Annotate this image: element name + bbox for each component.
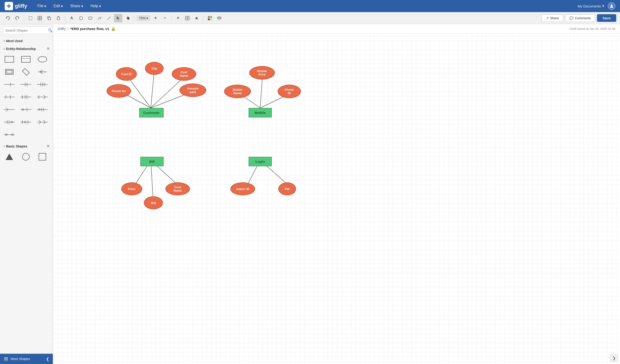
text-tool[interactable]: A	[67, 14, 76, 22]
search-input[interactable]	[5, 29, 46, 32]
mobile-price-attribute[interactable]: Mobile Price	[249, 66, 275, 79]
basic-shapes-close-button[interactable]: ✕	[46, 144, 49, 148]
copy-button[interactable]	[45, 14, 53, 22]
share-button[interactable]: ↗ Share	[542, 15, 563, 22]
er-weak-entity-shape[interactable]	[19, 54, 33, 65]
document-title: *ERD purchase flow, v1	[70, 27, 109, 31]
comments-button[interactable]: 💬 Comments	[565, 15, 595, 22]
layers-button[interactable]	[215, 14, 223, 22]
svg-rect-18	[210, 18, 212, 20]
er-connector-shape[interactable]	[35, 66, 49, 77]
er-conn2[interactable]	[19, 79, 33, 90]
erd-canvas[interactable]: Customer Mobile Bill Login Cust ID City	[53, 36, 620, 364]
er-close-button[interactable]: ✕	[46, 46, 49, 51]
select-tool[interactable]	[114, 14, 123, 22]
most-used-section-header: ≡ Most Used	[0, 37, 53, 44]
svg-line-20	[40, 70, 42, 72]
er-conn9[interactable]	[35, 104, 49, 115]
add-button[interactable]: +	[174, 14, 182, 22]
svg-rect-6	[40, 18, 42, 20]
svg-rect-3	[38, 16, 40, 18]
lock-icon[interactable]: 🔒	[111, 27, 116, 31]
snap-button[interactable]	[192, 14, 201, 22]
zoom-in-button[interactable]: +	[151, 14, 160, 22]
undo-button[interactable]	[4, 14, 12, 22]
mobile-name-attribute[interactable]: Mobile Name	[224, 85, 251, 98]
er-conn13[interactable]	[2, 129, 16, 140]
nav-right: My Documents ▾	[578, 2, 615, 10]
bill-entity[interactable]: Bill	[140, 157, 164, 166]
price-attribute[interactable]: Price	[121, 182, 142, 195]
svg-line-41	[44, 97, 45, 99]
cust-name2-attribute[interactable]: Cust Name	[166, 182, 190, 195]
toolbar: A 75% ▾ + − + ↗ Share 💬 Com	[0, 12, 620, 24]
nav-help[interactable]: Help ▾	[87, 2, 104, 10]
nav-file[interactable]: File ▾	[34, 2, 49, 10]
more-shapes-button[interactable]: More Shapes ❮	[0, 353, 53, 364]
city-attribute[interactable]: City	[145, 62, 164, 75]
grid-button[interactable]	[183, 14, 192, 22]
user-avatar[interactable]	[608, 2, 615, 10]
er-conn7[interactable]	[2, 104, 16, 115]
mobile-entity[interactable]: Mobile	[248, 108, 272, 118]
rect-tool[interactable]	[86, 14, 94, 22]
paste-button[interactable]	[54, 14, 62, 22]
triangle-shape[interactable]	[2, 151, 16, 162]
path-tool[interactable]	[95, 14, 104, 22]
zoom-level: 75%	[139, 16, 145, 20]
zoom-control[interactable]: 75% ▾	[137, 15, 150, 21]
cust-id-attribute[interactable]: Cust ID	[116, 67, 137, 81]
svg-line-63	[44, 120, 45, 122]
er-conn11[interactable]	[19, 117, 33, 128]
er-shapes-grid	[0, 52, 53, 142]
select-all-button[interactable]	[36, 14, 44, 22]
hand-tool[interactable]	[123, 14, 132, 22]
er-conn1[interactable]	[2, 79, 16, 90]
svg-line-44	[6, 109, 8, 111]
phone-id-attribute[interactable]: Phone ID	[278, 85, 301, 98]
pw-attribute[interactable]: PW	[278, 182, 296, 195]
select-area-button[interactable]	[26, 14, 35, 22]
cust-name-attribute[interactable]: Cust Name	[172, 67, 196, 81]
bid-attribute[interactable]: Bid	[144, 196, 163, 209]
zoom-out-button[interactable]: −	[161, 14, 169, 22]
nav-share[interactable]: Share ▾	[67, 2, 86, 10]
er-conn3[interactable]	[35, 79, 49, 90]
er-conn4[interactable]	[2, 91, 16, 103]
er-conn10[interactable]	[2, 117, 16, 128]
amount-paid-attribute[interactable]: Amount paid	[179, 84, 206, 97]
customer-entity[interactable]: Customer	[139, 108, 164, 118]
login-entity[interactable]: Login	[248, 157, 272, 166]
nav-edit[interactable]: Edit ▾	[50, 2, 66, 10]
circle-tool[interactable]	[77, 14, 85, 22]
canvas-expand-button[interactable]: ❯	[610, 354, 618, 362]
er-conn12[interactable]	[35, 117, 49, 128]
er-entity-shape[interactable]	[2, 54, 16, 65]
erd-connections-svg	[53, 36, 620, 364]
breadcrumb-root[interactable]: Gliffy	[58, 27, 66, 31]
er-conn8[interactable]	[19, 104, 33, 115]
color-button[interactable]	[206, 14, 214, 22]
er-conn6[interactable]	[35, 91, 49, 103]
svg-line-61	[39, 120, 41, 122]
canvas-header: Gliffy / *ERD purchase flow, v1 🔒 Draft …	[53, 24, 620, 33]
search-box[interactable]: 🔍	[3, 27, 50, 34]
collapse-sidebar-icon[interactable]: ❮	[46, 357, 49, 361]
top-navigation: gliffy File ▾ Edit ▾ Share ▾ Help ▾ My D…	[0, 0, 620, 12]
svg-line-71	[127, 76, 151, 108]
er-conn5[interactable]	[19, 91, 33, 103]
redo-button[interactable]	[13, 14, 21, 22]
oval-shape[interactable]	[19, 151, 33, 162]
er-relationship-shape[interactable]	[19, 66, 33, 77]
phone-no-attribute[interactable]: Phone No	[107, 84, 131, 98]
admin-id-attribute[interactable]: Admin ID	[230, 182, 255, 195]
my-documents-button[interactable]: My Documents ▾	[578, 4, 604, 8]
er-multivalued-shape[interactable]	[2, 66, 16, 77]
search-icon: 🔍	[48, 28, 53, 32]
breadcrumb: Gliffy / *ERD purchase flow, v1 🔒	[58, 27, 116, 31]
rectangle-shape[interactable]	[35, 151, 49, 162]
app-logo[interactable]: gliffy	[5, 2, 27, 10]
er-attribute-shape[interactable]	[35, 54, 49, 65]
line-tool[interactable]	[105, 14, 113, 22]
save-button[interactable]: Save	[597, 14, 616, 22]
